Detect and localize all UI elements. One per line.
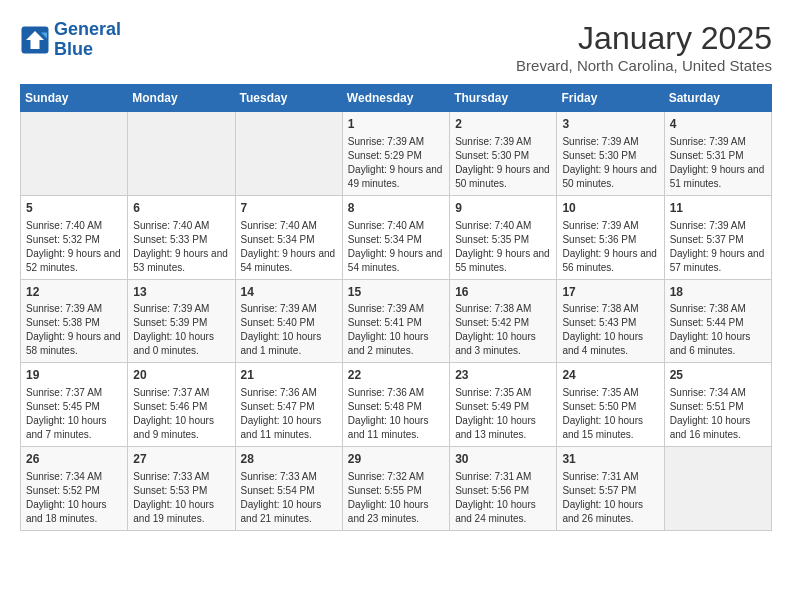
- calendar-day-cell: 29Sunrise: 7:32 AM Sunset: 5:55 PM Dayli…: [342, 447, 449, 531]
- day-of-week-header: Saturday: [664, 85, 771, 112]
- calendar-day-cell: 9Sunrise: 7:40 AM Sunset: 5:35 PM Daylig…: [450, 195, 557, 279]
- day-of-week-header: Sunday: [21, 85, 128, 112]
- day-info: Sunrise: 7:40 AM Sunset: 5:34 PM Dayligh…: [241, 219, 337, 275]
- day-info: Sunrise: 7:35 AM Sunset: 5:49 PM Dayligh…: [455, 386, 551, 442]
- calendar-day-cell: 2Sunrise: 7:39 AM Sunset: 5:30 PM Daylig…: [450, 112, 557, 196]
- day-info: Sunrise: 7:39 AM Sunset: 5:36 PM Dayligh…: [562, 219, 658, 275]
- day-number: 1: [348, 116, 444, 133]
- calendar-day-cell: 13Sunrise: 7:39 AM Sunset: 5:39 PM Dayli…: [128, 279, 235, 363]
- calendar-day-cell: 31Sunrise: 7:31 AM Sunset: 5:57 PM Dayli…: [557, 447, 664, 531]
- calendar-day-cell: 27Sunrise: 7:33 AM Sunset: 5:53 PM Dayli…: [128, 447, 235, 531]
- day-number: 7: [241, 200, 337, 217]
- day-info: Sunrise: 7:39 AM Sunset: 5:37 PM Dayligh…: [670, 219, 766, 275]
- day-info: Sunrise: 7:38 AM Sunset: 5:43 PM Dayligh…: [562, 302, 658, 358]
- day-number: 18: [670, 284, 766, 301]
- day-number: 19: [26, 367, 122, 384]
- day-info: Sunrise: 7:39 AM Sunset: 5:29 PM Dayligh…: [348, 135, 444, 191]
- calendar-day-cell: 3Sunrise: 7:39 AM Sunset: 5:30 PM Daylig…: [557, 112, 664, 196]
- day-number: 5: [26, 200, 122, 217]
- calendar-day-cell: 10Sunrise: 7:39 AM Sunset: 5:36 PM Dayli…: [557, 195, 664, 279]
- day-number: 24: [562, 367, 658, 384]
- calendar-day-cell: 24Sunrise: 7:35 AM Sunset: 5:50 PM Dayli…: [557, 363, 664, 447]
- day-of-week-header: Tuesday: [235, 85, 342, 112]
- day-info: Sunrise: 7:39 AM Sunset: 5:30 PM Dayligh…: [455, 135, 551, 191]
- calendar-subtitle: Brevard, North Carolina, United States: [516, 57, 772, 74]
- calendar-day-cell: 26Sunrise: 7:34 AM Sunset: 5:52 PM Dayli…: [21, 447, 128, 531]
- day-info: Sunrise: 7:38 AM Sunset: 5:44 PM Dayligh…: [670, 302, 766, 358]
- day-number: 16: [455, 284, 551, 301]
- day-info: Sunrise: 7:40 AM Sunset: 5:35 PM Dayligh…: [455, 219, 551, 275]
- calendar-day-cell: 23Sunrise: 7:35 AM Sunset: 5:49 PM Dayli…: [450, 363, 557, 447]
- day-info: Sunrise: 7:37 AM Sunset: 5:46 PM Dayligh…: [133, 386, 229, 442]
- logo: General Blue: [20, 20, 121, 60]
- day-number: 8: [348, 200, 444, 217]
- calendar-day-cell: 16Sunrise: 7:38 AM Sunset: 5:42 PM Dayli…: [450, 279, 557, 363]
- logo-icon: [20, 25, 50, 55]
- calendar-day-cell: 20Sunrise: 7:37 AM Sunset: 5:46 PM Dayli…: [128, 363, 235, 447]
- day-number: 25: [670, 367, 766, 384]
- day-number: 28: [241, 451, 337, 468]
- calendar-day-cell: [235, 112, 342, 196]
- calendar-day-cell: 15Sunrise: 7:39 AM Sunset: 5:41 PM Dayli…: [342, 279, 449, 363]
- day-info: Sunrise: 7:36 AM Sunset: 5:47 PM Dayligh…: [241, 386, 337, 442]
- logo-line1: General: [54, 19, 121, 39]
- day-number: 13: [133, 284, 229, 301]
- day-of-week-header: Friday: [557, 85, 664, 112]
- calendar-day-cell: 30Sunrise: 7:31 AM Sunset: 5:56 PM Dayli…: [450, 447, 557, 531]
- day-number: 11: [670, 200, 766, 217]
- page-header: General Blue January 2025 Brevard, North…: [20, 20, 772, 74]
- day-info: Sunrise: 7:39 AM Sunset: 5:41 PM Dayligh…: [348, 302, 444, 358]
- calendar-week-row: 19Sunrise: 7:37 AM Sunset: 5:45 PM Dayli…: [21, 363, 772, 447]
- day-number: 20: [133, 367, 229, 384]
- day-number: 4: [670, 116, 766, 133]
- day-of-week-header: Monday: [128, 85, 235, 112]
- day-info: Sunrise: 7:39 AM Sunset: 5:38 PM Dayligh…: [26, 302, 122, 358]
- day-info: Sunrise: 7:34 AM Sunset: 5:52 PM Dayligh…: [26, 470, 122, 526]
- day-of-week-header: Thursday: [450, 85, 557, 112]
- calendar-day-cell: 8Sunrise: 7:40 AM Sunset: 5:34 PM Daylig…: [342, 195, 449, 279]
- calendar-day-cell: [664, 447, 771, 531]
- calendar-day-cell: 6Sunrise: 7:40 AM Sunset: 5:33 PM Daylig…: [128, 195, 235, 279]
- day-info: Sunrise: 7:32 AM Sunset: 5:55 PM Dayligh…: [348, 470, 444, 526]
- day-info: Sunrise: 7:36 AM Sunset: 5:48 PM Dayligh…: [348, 386, 444, 442]
- calendar-header-row: SundayMondayTuesdayWednesdayThursdayFrid…: [21, 85, 772, 112]
- calendar-day-cell: 28Sunrise: 7:33 AM Sunset: 5:54 PM Dayli…: [235, 447, 342, 531]
- calendar-title: January 2025: [516, 20, 772, 57]
- day-info: Sunrise: 7:33 AM Sunset: 5:54 PM Dayligh…: [241, 470, 337, 526]
- day-info: Sunrise: 7:40 AM Sunset: 5:33 PM Dayligh…: [133, 219, 229, 275]
- day-number: 6: [133, 200, 229, 217]
- calendar-day-cell: 19Sunrise: 7:37 AM Sunset: 5:45 PM Dayli…: [21, 363, 128, 447]
- calendar-week-row: 12Sunrise: 7:39 AM Sunset: 5:38 PM Dayli…: [21, 279, 772, 363]
- calendar-day-cell: 5Sunrise: 7:40 AM Sunset: 5:32 PM Daylig…: [21, 195, 128, 279]
- day-number: 10: [562, 200, 658, 217]
- day-number: 2: [455, 116, 551, 133]
- day-info: Sunrise: 7:35 AM Sunset: 5:50 PM Dayligh…: [562, 386, 658, 442]
- day-number: 12: [26, 284, 122, 301]
- logo-text: General Blue: [54, 20, 121, 60]
- day-info: Sunrise: 7:34 AM Sunset: 5:51 PM Dayligh…: [670, 386, 766, 442]
- day-number: 9: [455, 200, 551, 217]
- calendar-day-cell: 14Sunrise: 7:39 AM Sunset: 5:40 PM Dayli…: [235, 279, 342, 363]
- day-info: Sunrise: 7:40 AM Sunset: 5:32 PM Dayligh…: [26, 219, 122, 275]
- calendar-day-cell: [21, 112, 128, 196]
- day-number: 31: [562, 451, 658, 468]
- day-info: Sunrise: 7:38 AM Sunset: 5:42 PM Dayligh…: [455, 302, 551, 358]
- calendar-day-cell: [128, 112, 235, 196]
- title-block: January 2025 Brevard, North Carolina, Un…: [516, 20, 772, 74]
- day-number: 14: [241, 284, 337, 301]
- day-number: 17: [562, 284, 658, 301]
- day-info: Sunrise: 7:40 AM Sunset: 5:34 PM Dayligh…: [348, 219, 444, 275]
- day-info: Sunrise: 7:39 AM Sunset: 5:40 PM Dayligh…: [241, 302, 337, 358]
- day-number: 3: [562, 116, 658, 133]
- calendar-week-row: 1Sunrise: 7:39 AM Sunset: 5:29 PM Daylig…: [21, 112, 772, 196]
- day-of-week-header: Wednesday: [342, 85, 449, 112]
- calendar-day-cell: 17Sunrise: 7:38 AM Sunset: 5:43 PM Dayli…: [557, 279, 664, 363]
- calendar-day-cell: 18Sunrise: 7:38 AM Sunset: 5:44 PM Dayli…: [664, 279, 771, 363]
- calendar-day-cell: 4Sunrise: 7:39 AM Sunset: 5:31 PM Daylig…: [664, 112, 771, 196]
- day-info: Sunrise: 7:39 AM Sunset: 5:30 PM Dayligh…: [562, 135, 658, 191]
- day-info: Sunrise: 7:39 AM Sunset: 5:39 PM Dayligh…: [133, 302, 229, 358]
- day-info: Sunrise: 7:39 AM Sunset: 5:31 PM Dayligh…: [670, 135, 766, 191]
- day-number: 26: [26, 451, 122, 468]
- logo-line2: Blue: [54, 39, 93, 59]
- calendar-day-cell: 12Sunrise: 7:39 AM Sunset: 5:38 PM Dayli…: [21, 279, 128, 363]
